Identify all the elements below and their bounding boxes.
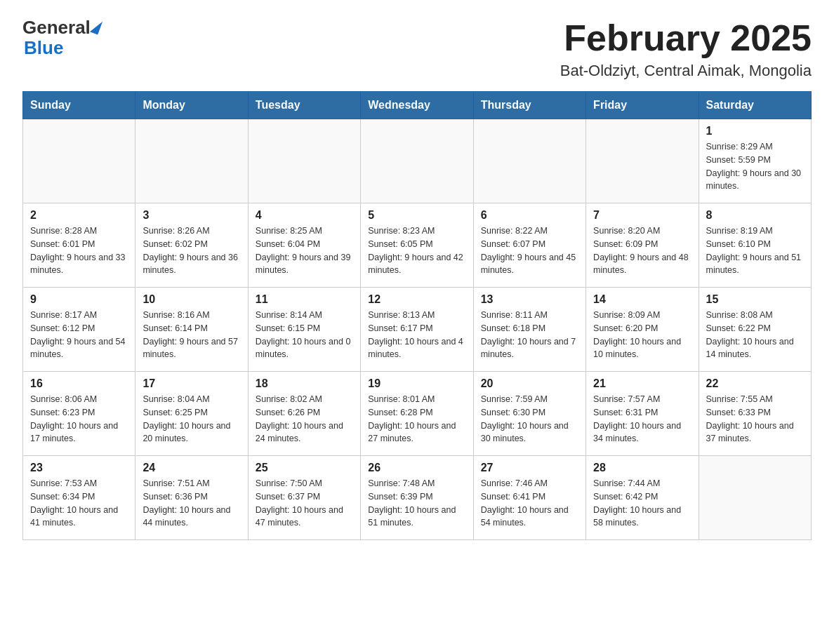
calendar-cell: 22Sunrise: 7:55 AMSunset: 6:33 PMDayligh…	[699, 372, 811, 456]
logo: General Blue	[22, 17, 100, 59]
calendar-cell: 5Sunrise: 8:23 AMSunset: 6:05 PMDaylight…	[361, 203, 473, 288]
day-info: Sunrise: 7:44 AMSunset: 6:42 PMDaylight:…	[593, 477, 691, 530]
calendar-cell: 28Sunrise: 7:44 AMSunset: 6:42 PMDayligh…	[586, 456, 699, 540]
day-info: Sunrise: 8:22 AMSunset: 6:07 PMDaylight:…	[481, 224, 578, 277]
day-info: Sunrise: 7:53 AMSunset: 6:34 PMDaylight:…	[30, 477, 128, 530]
calendar-week-row: 9Sunrise: 8:17 AMSunset: 6:12 PMDaylight…	[23, 288, 812, 372]
calendar-title: February 2025	[560, 17, 812, 59]
day-info: Sunrise: 8:25 AMSunset: 6:04 PMDaylight:…	[256, 224, 353, 277]
calendar-cell: 16Sunrise: 8:06 AMSunset: 6:23 PMDayligh…	[23, 372, 135, 456]
weekday-header-row: SundayMondayTuesdayWednesdayThursdayFrid…	[23, 92, 812, 119]
day-number: 2	[30, 209, 128, 222]
day-number: 6	[481, 209, 578, 222]
day-number: 19	[368, 377, 465, 390]
day-info: Sunrise: 8:14 AMSunset: 6:15 PMDaylight:…	[256, 309, 353, 361]
day-info: Sunrise: 7:46 AMSunset: 6:41 PMDaylight:…	[481, 477, 578, 530]
day-number: 1	[706, 125, 804, 137]
calendar-cell: 25Sunrise: 7:50 AMSunset: 6:37 PMDayligh…	[248, 456, 360, 540]
calendar-week-row: 2Sunrise: 8:28 AMSunset: 6:01 PMDaylight…	[23, 203, 812, 288]
day-info: Sunrise: 8:13 AMSunset: 6:17 PMDaylight:…	[368, 309, 465, 361]
day-info: Sunrise: 7:59 AMSunset: 6:30 PMDaylight:…	[481, 393, 578, 445]
day-number: 13	[481, 293, 578, 306]
day-number: 28	[593, 462, 691, 474]
day-info: Sunrise: 7:51 AMSunset: 6:36 PMDaylight:…	[143, 477, 240, 530]
day-info: Sunrise: 8:16 AMSunset: 6:14 PMDaylight:…	[143, 309, 240, 361]
calendar-cell: 1Sunrise: 8:29 AMSunset: 5:59 PMDaylight…	[699, 119, 811, 203]
day-number: 25	[256, 462, 353, 474]
calendar-cell: 13Sunrise: 8:11 AMSunset: 6:18 PMDayligh…	[473, 288, 585, 372]
calendar-cell: 20Sunrise: 7:59 AMSunset: 6:30 PMDayligh…	[473, 372, 585, 456]
calendar-cell	[699, 456, 811, 540]
day-number: 10	[143, 293, 240, 306]
calendar-cell: 7Sunrise: 8:20 AMSunset: 6:09 PMDaylight…	[586, 203, 699, 288]
calendar-table: SundayMondayTuesdayWednesdayThursdayFrid…	[22, 91, 812, 540]
day-number: 16	[30, 377, 128, 390]
day-info: Sunrise: 8:26 AMSunset: 6:02 PMDaylight:…	[143, 224, 240, 277]
calendar-cell	[135, 119, 248, 203]
calendar-cell: 2Sunrise: 8:28 AMSunset: 6:01 PMDaylight…	[23, 203, 135, 288]
calendar-cell	[586, 119, 699, 203]
calendar-cell	[248, 119, 360, 203]
day-number: 24	[143, 462, 240, 474]
day-number: 21	[593, 377, 691, 390]
calendar-cell: 4Sunrise: 8:25 AMSunset: 6:04 PMDaylight…	[248, 203, 360, 288]
day-info: Sunrise: 8:09 AMSunset: 6:20 PMDaylight:…	[593, 309, 691, 361]
weekday-header-friday: Friday	[586, 92, 699, 119]
day-info: Sunrise: 7:55 AMSunset: 6:33 PMDaylight:…	[706, 393, 804, 445]
calendar-cell: 27Sunrise: 7:46 AMSunset: 6:41 PMDayligh…	[473, 456, 585, 540]
weekday-header-sunday: Sunday	[23, 92, 135, 119]
day-number: 20	[481, 377, 578, 390]
logo-blue-text: Blue	[24, 37, 63, 58]
day-info: Sunrise: 8:02 AMSunset: 6:26 PMDaylight:…	[256, 393, 353, 445]
calendar-week-row: 16Sunrise: 8:06 AMSunset: 6:23 PMDayligh…	[23, 372, 812, 456]
calendar-cell: 19Sunrise: 8:01 AMSunset: 6:28 PMDayligh…	[361, 372, 473, 456]
title-block: February 2025 Bat-Oldziyt, Central Aimak…	[560, 17, 812, 80]
day-info: Sunrise: 8:11 AMSunset: 6:18 PMDaylight:…	[481, 309, 578, 361]
day-number: 15	[706, 293, 804, 306]
day-info: Sunrise: 8:01 AMSunset: 6:28 PMDaylight:…	[368, 393, 465, 445]
day-number: 4	[256, 209, 353, 222]
calendar-cell: 18Sunrise: 8:02 AMSunset: 6:26 PMDayligh…	[248, 372, 360, 456]
day-info: Sunrise: 8:06 AMSunset: 6:23 PMDaylight:…	[30, 393, 128, 445]
calendar-cell: 17Sunrise: 8:04 AMSunset: 6:25 PMDayligh…	[135, 372, 248, 456]
day-number: 3	[143, 209, 240, 222]
day-info: Sunrise: 8:20 AMSunset: 6:09 PMDaylight:…	[593, 224, 691, 277]
day-number: 9	[30, 293, 128, 306]
weekday-header-saturday: Saturday	[699, 92, 811, 119]
day-info: Sunrise: 8:29 AMSunset: 5:59 PMDaylight:…	[706, 140, 804, 193]
calendar-cell: 9Sunrise: 8:17 AMSunset: 6:12 PMDaylight…	[23, 288, 135, 372]
calendar-cell: 11Sunrise: 8:14 AMSunset: 6:15 PMDayligh…	[248, 288, 360, 372]
calendar-cell: 6Sunrise: 8:22 AMSunset: 6:07 PMDaylight…	[473, 203, 585, 288]
calendar-cell: 3Sunrise: 8:26 AMSunset: 6:02 PMDaylight…	[135, 203, 248, 288]
day-info: Sunrise: 8:23 AMSunset: 6:05 PMDaylight:…	[368, 224, 465, 277]
calendar-cell	[361, 119, 473, 203]
day-number: 5	[368, 209, 465, 222]
day-info: Sunrise: 7:48 AMSunset: 6:39 PMDaylight:…	[368, 477, 465, 530]
day-info: Sunrise: 8:08 AMSunset: 6:22 PMDaylight:…	[706, 309, 804, 361]
weekday-header-tuesday: Tuesday	[248, 92, 360, 119]
day-number: 7	[593, 209, 691, 222]
calendar-cell: 12Sunrise: 8:13 AMSunset: 6:17 PMDayligh…	[361, 288, 473, 372]
day-number: 18	[256, 377, 353, 390]
day-info: Sunrise: 8:17 AMSunset: 6:12 PMDaylight:…	[30, 309, 128, 361]
day-info: Sunrise: 7:57 AMSunset: 6:31 PMDaylight:…	[593, 393, 691, 445]
day-info: Sunrise: 8:19 AMSunset: 6:10 PMDaylight:…	[706, 224, 804, 277]
calendar-cell: 26Sunrise: 7:48 AMSunset: 6:39 PMDayligh…	[361, 456, 473, 540]
weekday-header-monday: Monday	[135, 92, 248, 119]
day-number: 12	[368, 293, 465, 306]
calendar-cell: 8Sunrise: 8:19 AMSunset: 6:10 PMDaylight…	[699, 203, 811, 288]
day-number: 14	[593, 293, 691, 306]
day-info: Sunrise: 7:50 AMSunset: 6:37 PMDaylight:…	[256, 477, 353, 530]
day-number: 11	[256, 293, 353, 306]
logo-general-text: General	[22, 17, 91, 39]
logo-triangle-icon	[90, 18, 102, 34]
day-number: 26	[368, 462, 465, 474]
day-info: Sunrise: 8:04 AMSunset: 6:25 PMDaylight:…	[143, 393, 240, 445]
day-number: 27	[481, 462, 578, 474]
page-header: General Blue February 2025 Bat-Oldziyt, …	[22, 17, 812, 80]
day-number: 8	[706, 209, 804, 222]
day-info: Sunrise: 8:28 AMSunset: 6:01 PMDaylight:…	[30, 224, 128, 277]
weekday-header-thursday: Thursday	[473, 92, 585, 119]
day-number: 22	[706, 377, 804, 390]
calendar-cell	[23, 119, 135, 203]
